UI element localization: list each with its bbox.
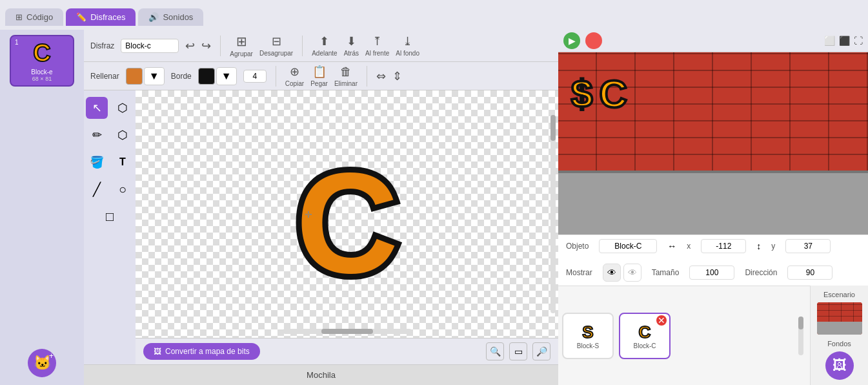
tamano-input[interactable]	[689, 265, 734, 280]
tab-disfraces[interactable]: ✏️ Disfraces	[66, 8, 136, 26]
line-tool[interactable]: ╱	[86, 178, 108, 200]
border-color-swatch[interactable]	[198, 68, 215, 85]
tab-sonidos[interactable]: 🔊 Sonidos	[138, 8, 203, 26]
copy-icon: ⊕	[290, 65, 299, 79]
sprite-scroll-thumb[interactable]	[798, 317, 803, 329]
tab-codigo[interactable]: ⊞ Código	[5, 8, 63, 26]
stage-layout-1-button[interactable]: ⬜	[824, 36, 835, 46]
flip-h-button[interactable]: ⇔	[376, 69, 386, 83]
direccion-input[interactable]	[787, 265, 833, 280]
green-flag-button[interactable]: ▶	[563, 32, 580, 49]
add-sprite-icon: 🐱	[34, 355, 51, 371]
group-icon: ⊞	[236, 34, 247, 49]
vscrollbar-thumb[interactable]	[550, 115, 556, 141]
mochila-bar[interactable]: Mochila	[84, 364, 558, 385]
add-scene-button[interactable]: 🖼	[825, 351, 854, 380]
eraser-tool[interactable]: ⬡	[112, 124, 134, 146]
objeto-input[interactable]	[599, 239, 657, 253]
vertical-scrollbar[interactable]	[550, 115, 556, 313]
stage-letter-c: C	[599, 72, 627, 116]
copy-button[interactable]: ⊕ Copiar	[285, 65, 304, 87]
convert-bitmap-button[interactable]: 🖼 Convertir a mapa de bits	[143, 343, 260, 360]
codigo-icon: ⊞	[15, 12, 23, 22]
delete-sprite-c-icon[interactable]: ✕	[656, 315, 667, 326]
divider-1	[220, 36, 221, 56]
fill-color-swatch[interactable]	[126, 68, 143, 85]
svg-text:C: C	[296, 144, 398, 303]
sprite-card-block-c[interactable]: ✕ C Block-C	[619, 313, 671, 359]
zoom-reset-icon: ▭	[514, 346, 523, 357]
sprite-list-scrollbar[interactable]	[798, 317, 803, 355]
zoom-reset-button[interactable]: ▭	[509, 342, 527, 360]
zoom-in-icon: 🔎	[536, 346, 547, 357]
redo-icon: ↪	[201, 39, 211, 53]
back-most-label: Al fondo	[396, 50, 419, 57]
zoom-out-button[interactable]: 🔍	[486, 342, 504, 360]
tab-sonidos-label: Sonidos	[163, 12, 193, 22]
border-dropdown-btn[interactable]: ▼	[216, 67, 237, 85]
ungroup-button[interactable]: ⊟ Desagrupar	[259, 34, 293, 57]
canvas-area[interactable]: C C ✛	[136, 90, 558, 338]
forward-icon: ⬆	[319, 34, 329, 48]
horizontal-scrollbar[interactable]	[283, 329, 412, 334]
fill-tool[interactable]: 🪣	[86, 151, 108, 173]
redo-button[interactable]: ↪	[201, 39, 211, 53]
tab-bar: ⊞ Código ✏️ Disfraces 🔊 Sonidos	[0, 0, 868, 30]
mostrar-label: Mostrar	[566, 268, 592, 277]
properties-bar: Objeto ↔ x ↕ y Mostrar 👁 👁 Tamaño Direcc…	[558, 234, 868, 286]
fill-dropdown-btn[interactable]: ▼	[144, 67, 165, 85]
back-button[interactable]: ⬇ Atrás	[344, 34, 359, 57]
forward-button[interactable]: ⬆ Adelante	[312, 34, 337, 57]
reshape-tool[interactable]: ⬡	[112, 97, 134, 119]
paste-button[interactable]: 📋 Pegar	[310, 65, 328, 87]
stage-fullscreen-button[interactable]: ⛶	[854, 36, 863, 46]
front-button[interactable]: ⤒ Al frente	[365, 34, 389, 57]
sprite-c-name: Block-C	[633, 342, 656, 349]
circle-tool[interactable]: ○	[112, 178, 134, 200]
undo-button[interactable]: ↩	[185, 39, 195, 53]
objeto-label: Objeto	[566, 242, 589, 251]
hide-button[interactable]: 👁	[623, 264, 641, 282]
tool-row-2: ✏ ⬡	[86, 124, 134, 146]
sonidos-icon: 🔊	[148, 12, 159, 22]
sprite-list-bar: S Block-S ✕ C Block-C	[558, 286, 810, 385]
select-tool[interactable]: ↖	[86, 97, 108, 119]
x-input[interactable]	[701, 239, 746, 253]
pencil-tool[interactable]: ✏	[86, 124, 108, 146]
costume-name-input[interactable]	[121, 39, 179, 53]
rect-tool[interactable]: □	[99, 205, 121, 227]
sprite-card-block-s[interactable]: S Block-S	[562, 313, 614, 359]
stage-canvas: $ C	[558, 52, 868, 234]
main-layout: 1 C Block-e 68 × 81 🐱 + Disfraz ↩ ↪ ⊞ Ag…	[0, 30, 868, 385]
border-size-input[interactable]	[243, 70, 267, 83]
disfraces-icon: ✏️	[76, 12, 86, 22]
text-tool[interactable]: T	[112, 151, 134, 173]
sprite-list-container: S Block-S ✕ C Block-C Escenario	[558, 286, 868, 385]
divider-3	[276, 66, 276, 87]
stop-button[interactable]	[585, 32, 602, 49]
group-button[interactable]: ⊞ Agrupar	[230, 34, 253, 57]
back-most-button[interactable]: ⤓ Al fondo	[396, 34, 419, 57]
sprite-number: 1	[15, 39, 19, 46]
scrollbar-thumb[interactable]	[321, 329, 373, 334]
show-button[interactable]: 👁	[603, 264, 621, 282]
back-icon: ⬇	[347, 34, 356, 48]
zoom-in-button[interactable]: 🔎	[532, 342, 550, 360]
stage-layout-2-button[interactable]: ⬛	[839, 36, 850, 46]
delete-button[interactable]: 🗑 Eliminar	[334, 65, 358, 87]
sprite-thumbnail[interactable]: 1 C Block-e 68 × 81	[10, 35, 74, 87]
visibility-buttons: 👁 👁	[603, 264, 641, 282]
divider-4	[367, 66, 367, 87]
front-icon: ⤒	[372, 34, 382, 48]
scene-brick	[817, 302, 862, 322]
add-sprite-button[interactable]: 🐱 +	[28, 349, 56, 377]
tool-row-1: ↖ ⬡	[86, 97, 134, 119]
canvas-bottom: 🖼 Convertir a mapa de bits 🔍 ▭ 🔎	[136, 338, 558, 364]
sprite-c-letter: C	[639, 322, 651, 342]
image-icon: 🖼	[154, 347, 161, 356]
paste-label: Pegar	[310, 80, 328, 87]
scene-thumbnail[interactable]	[817, 302, 862, 335]
flip-v-button[interactable]: ⇕	[392, 69, 402, 83]
y-input[interactable]	[785, 239, 831, 253]
copy-label: Copiar	[285, 80, 304, 87]
